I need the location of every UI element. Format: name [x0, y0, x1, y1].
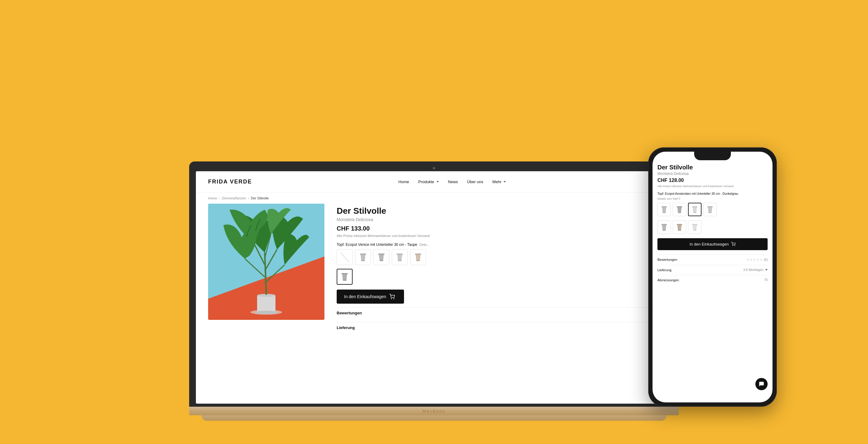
- svg-rect-16: [379, 260, 383, 261]
- product-area: Der Stilvolle Monstera Deliciosa CHF 133…: [196, 204, 672, 399]
- chat-icon: [758, 381, 765, 387]
- svg-rect-15: [378, 253, 384, 255]
- laptop-camera: [433, 167, 435, 169]
- phone-pot-1[interactable]: [657, 203, 671, 216]
- phone-pot-2[interactable]: [673, 203, 686, 216]
- phone-product-subtitle: Monstera Deliciosa: [657, 172, 768, 176]
- delivery-chevron-icon: [765, 269, 768, 271]
- pot-option-3[interactable]: [392, 249, 408, 265]
- chevron-down-icon-mehr: [503, 181, 506, 182]
- product-subtitle: Monstera Deliciosa: [337, 217, 660, 222]
- pot-options-row2: [337, 269, 660, 285]
- phone: Der Stilvolle Monstera Deliciosa CHF 128…: [648, 147, 777, 407]
- svg-point-5: [255, 311, 278, 314]
- product-price: CHF 133.00: [337, 225, 660, 232]
- phone-pot-row2-2[interactable]: [673, 220, 686, 234]
- add-to-cart-button[interactable]: In den Einkaufswagen: [337, 289, 404, 304]
- nav-produkte[interactable]: Produkte: [418, 179, 439, 184]
- laptop-screen-wrapper: FRIDA VERDE Home Produkte News Über uns …: [189, 162, 679, 407]
- phone-outer: Der Stilvolle Monstera Deliciosa CHF 128…: [648, 147, 777, 407]
- pot-selector-label: Topf: Ecopot Venice mit Unterteller 30 c…: [337, 242, 660, 247]
- phone-stars: ★★★★★: [746, 258, 763, 262]
- phone-pot-4[interactable]: [703, 203, 717, 216]
- delivery-section-label: Lieferung: [337, 322, 660, 333]
- phone-pot-3-selected[interactable]: [688, 203, 702, 216]
- svg-rect-21: [342, 273, 348, 274]
- reviews-section-label: Bewertungen: [337, 307, 660, 318]
- product-main-image: [208, 204, 324, 320]
- laptop-base: MacBook: [189, 407, 679, 415]
- phone-pot-label: Topf: Ecopot Amsterdam mit Unterteller 3…: [657, 192, 768, 195]
- svg-rect-30: [693, 212, 696, 213]
- site-nav: Home Produkte News Über uns Mehr: [399, 179, 506, 184]
- svg-rect-13: [360, 253, 366, 255]
- svg-rect-25: [661, 206, 667, 207]
- breadcrumb: Home › Zimmerpflanzen › Der Stilvolle: [196, 193, 672, 204]
- nav-ueber-uns[interactable]: Über uns: [467, 179, 483, 184]
- chat-button[interactable]: [755, 378, 768, 390]
- phone-notch: [694, 152, 731, 160]
- laptop-brand-label: MacBook: [422, 409, 445, 413]
- svg-line-12: [340, 252, 349, 262]
- svg-rect-36: [678, 230, 681, 231]
- svg-rect-19: [415, 253, 421, 255]
- scene: FRIDA VERDE Home Produkte News Über uns …: [67, 23, 801, 421]
- phone-add-to-cart-button[interactable]: In den Einkaufswagen: [657, 238, 768, 250]
- svg-rect-20: [416, 260, 420, 261]
- svg-rect-34: [663, 230, 666, 231]
- phone-cart-icon: [731, 242, 736, 246]
- pot-option-2[interactable]: [373, 249, 389, 265]
- svg-line-10: [265, 265, 285, 283]
- phone-product-price: CHF 128.00: [657, 178, 768, 183]
- svg-line-6: [265, 252, 266, 295]
- nav-news[interactable]: News: [448, 179, 458, 184]
- nav-home[interactable]: Home: [399, 179, 409, 184]
- nav-mehr[interactable]: Mehr: [492, 179, 506, 184]
- product-image-column: [208, 204, 324, 399]
- svg-rect-32: [709, 212, 712, 213]
- site-header: FRIDA VERDE Home Produkte News Über uns …: [196, 171, 672, 193]
- laptop-bottom: [202, 415, 666, 421]
- svg-point-40: [735, 245, 735, 246]
- pot-option-4[interactable]: [410, 249, 426, 265]
- phone-dimensions-section: Abmessungen 70: [657, 275, 768, 285]
- laptop-screen: FRIDA VERDE Home Produkte News Über uns …: [196, 171, 672, 404]
- svg-rect-17: [397, 253, 403, 255]
- pot-options-row1: [337, 249, 660, 265]
- svg-rect-28: [678, 212, 681, 213]
- chevron-down-icon: [436, 181, 439, 182]
- svg-rect-35: [677, 224, 682, 225]
- svg-rect-29: [692, 206, 698, 207]
- phone-content: Der Stilvolle Monstera Deliciosa CHF 128…: [653, 160, 773, 402]
- plant-illustration: [220, 204, 312, 320]
- site-logo: FRIDA VERDE: [208, 179, 252, 185]
- product-title: Der Stilvolle: [337, 206, 660, 216]
- svg-rect-38: [693, 230, 696, 231]
- svg-rect-27: [677, 206, 682, 207]
- product-info-column: Der Stilvolle Monstera Deliciosa CHF 133…: [337, 204, 660, 399]
- phone-tax-note: Alle Preise inklusive Mehrwertsteuer und…: [657, 184, 768, 189]
- phone-pot-options-row2: [657, 220, 768, 234]
- svg-rect-31: [707, 206, 713, 207]
- svg-rect-3: [257, 296, 275, 312]
- phone-pot-detail[interactable]: Details zum Topf ©: [657, 197, 768, 200]
- svg-rect-18: [398, 260, 402, 261]
- product-tax-note: Alle Preise inklusive Mehrwertsteuer und…: [337, 234, 660, 238]
- pot-option-1[interactable]: [355, 249, 371, 265]
- pot-option-none[interactable]: [337, 249, 352, 265]
- phone-pot-row2-3[interactable]: [688, 220, 702, 234]
- cart-icon-btn: [389, 294, 395, 299]
- pot-option-selected[interactable]: [337, 269, 352, 285]
- svg-rect-22: [343, 280, 346, 281]
- svg-point-24: [394, 299, 394, 299]
- phone-reviews-section: Bewertungen ★★★★★ (0): [657, 254, 768, 265]
- phone-pot-options: [657, 203, 768, 216]
- svg-rect-37: [692, 224, 698, 225]
- laptop: FRIDA VERDE Home Produkte News Über uns …: [189, 162, 679, 421]
- svg-rect-33: [661, 224, 667, 225]
- svg-point-23: [391, 299, 392, 299]
- svg-line-9: [245, 259, 265, 277]
- phone-product-title: Der Stilvolle: [657, 164, 768, 171]
- phone-pot-row2-1[interactable]: [657, 220, 671, 234]
- svg-rect-26: [663, 212, 666, 213]
